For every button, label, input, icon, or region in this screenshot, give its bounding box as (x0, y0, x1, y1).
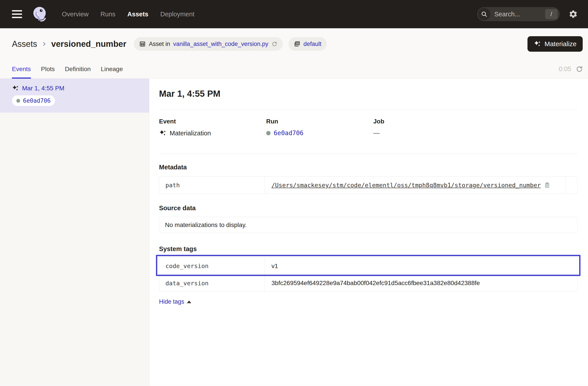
refresh-icon[interactable] (576, 65, 583, 73)
run-status-dot (266, 131, 271, 135)
table-row-data-version: data_version 3bfc269594ef649228e9a74bab0… (159, 274, 577, 291)
asset-file-link[interactable]: vanilla_asset_with_code_version.py (173, 41, 268, 47)
run-column-label: Run (266, 118, 373, 125)
system-tag-key: code_version (159, 258, 265, 274)
search-shortcut-badge: / (545, 9, 558, 19)
run-id-pill[interactable]: 6e0ad706 (12, 95, 55, 106)
system-tag-value: v1 (272, 263, 278, 270)
run-column: Run 6e0ad706 (266, 118, 373, 137)
metadata-table: path /Users/smackesey/stm/code/elementl/… (159, 176, 577, 194)
run-status-dot (16, 99, 20, 103)
dagster-logo-icon[interactable] (31, 5, 48, 23)
top-nav: Overview Runs Assets Deployment / (0, 0, 588, 28)
system-tag-key: data_version (159, 275, 265, 291)
system-tags-table: code_version v1 data_version 3bfc269594e… (159, 257, 577, 292)
nav-item-deployment[interactable]: Deployment (160, 11, 195, 18)
event-detail-panel: Mar 1, 4:55 PM Event Materialization (149, 79, 588, 386)
job-empty-value: — (373, 129, 380, 137)
caret-up-icon (187, 301, 191, 303)
menu-icon[interactable] (12, 10, 22, 18)
event-timestamp-link[interactable]: Mar 1, 4:55 PM (22, 85, 64, 92)
chevron-right-icon (42, 41, 47, 47)
divider (159, 154, 577, 154)
search-box[interactable]: / (477, 7, 560, 21)
materialize-button[interactable]: Materialize (527, 36, 583, 52)
source-data-empty-state: No materializations to display. (159, 217, 577, 233)
metadata-path-link[interactable]: /Users/smackesey/stm/code/elementl/oss/t… (272, 182, 541, 189)
tab-plots[interactable]: Plots (41, 60, 55, 78)
source-data-heading: Source data (159, 204, 577, 212)
settings-button[interactable] (568, 9, 578, 19)
refresh-countdown: 0:05 (559, 65, 571, 73)
run-id-label: 6e0ad706 (23, 97, 51, 104)
primary-nav: Overview Runs Assets Deployment (62, 11, 194, 18)
hide-tags-button[interactable]: Hide tags (159, 298, 191, 305)
job-column: Job — (373, 118, 577, 137)
search-input[interactable] (490, 11, 545, 18)
reload-code-location-icon[interactable] (272, 41, 277, 47)
event-column: Event Materialization (159, 118, 266, 137)
materialization-sparkle-icon (159, 129, 167, 137)
copy-icon[interactable] (544, 182, 550, 189)
repository-badge: default (289, 37, 327, 51)
page-title: versioned_number (51, 39, 126, 49)
asset-origin-badge: Asset in vanilla_asset_with_code_version… (134, 37, 283, 51)
event-list-item-selected[interactable]: Mar 1, 4:55 PM 6e0ad706 (0, 79, 149, 113)
page-header: Assets versioned_number Asset in vanilla… (0, 28, 588, 60)
tab-events[interactable]: Events (12, 60, 31, 78)
search-icon (478, 8, 490, 20)
event-list-sidebar: Mar 1, 4:55 PM 6e0ad706 (0, 79, 149, 386)
nav-item-overview[interactable]: Overview (62, 11, 89, 18)
source-data-empty-message: No materializations to display. (165, 222, 247, 228)
repository-link[interactable]: default (303, 41, 321, 47)
event-title: Mar 1, 4:55 PM (159, 89, 577, 99)
tab-bar: Events Plots Definition Lineage 0:05 (0, 60, 588, 79)
table-icon (139, 41, 146, 47)
run-id-link[interactable]: 6e0ad706 (274, 129, 303, 137)
divider (159, 110, 577, 110)
nav-item-runs[interactable]: Runs (101, 11, 116, 18)
tab-lineage[interactable]: Lineage (101, 60, 123, 78)
tab-definition[interactable]: Definition (65, 60, 91, 78)
hide-tags-label: Hide tags (159, 298, 184, 305)
table-row-code-version: code_version v1 (159, 258, 577, 274)
event-summary-grid: Event Materialization Run 6 (159, 118, 577, 137)
system-tag-value: 3bfc269594ef649228e9a74bab00f042efc91d5a… (272, 280, 480, 287)
materialize-button-label: Materialize (545, 40, 577, 48)
nav-item-assets[interactable]: Assets (127, 11, 148, 18)
metadata-heading: Metadata (159, 164, 577, 171)
table-row: path /Users/smackesey/stm/code/elementl/… (159, 177, 577, 194)
workspace-grid-icon (294, 41, 300, 47)
metadata-key: path (159, 177, 265, 194)
system-tags-heading: System tags (159, 245, 577, 253)
job-column-label: Job (373, 118, 577, 125)
breadcrumb-assets-link[interactable]: Assets (12, 39, 37, 49)
sparkle-icon (534, 40, 541, 48)
asset-origin-prefix: Asset in (149, 41, 170, 47)
event-column-label: Event (159, 118, 266, 125)
materialization-sparkle-icon (12, 85, 19, 92)
event-type-value: Materialization (170, 130, 211, 137)
breadcrumb: Assets versioned_number (12, 39, 126, 49)
metadata-action-cell (565, 177, 577, 194)
